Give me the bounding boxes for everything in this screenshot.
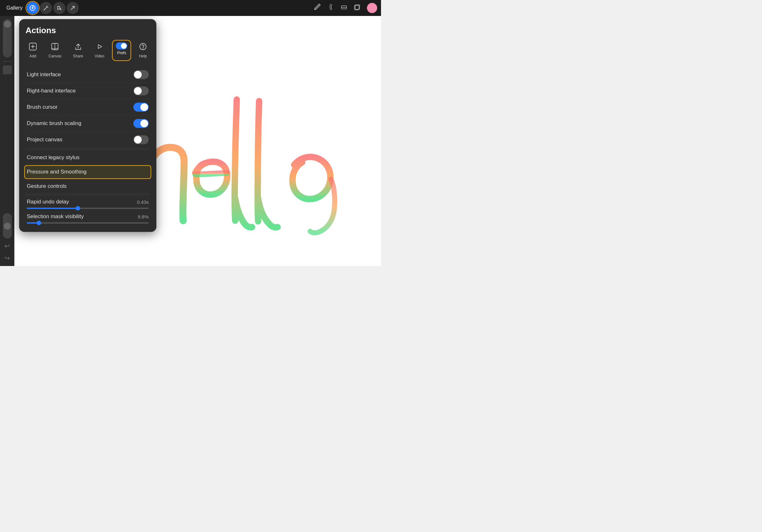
actions-panel: Actions Add Canvas — [19, 19, 156, 232]
opacity-thumb — [4, 223, 11, 230]
prefs-tab-icon — [116, 42, 127, 49]
tab-canvas[interactable]: Canvas — [45, 40, 65, 60]
toolbar-left: Gallery — [4, 2, 79, 14]
share-tab-label: Share — [73, 54, 83, 58]
selection-mask-visibility-row: Selection mask visibility 9.8% — [26, 211, 150, 226]
setting-dynamic-brush-scaling: Dynamic brush scaling — [26, 115, 150, 132]
toolbar: Gallery — [0, 0, 381, 16]
right-hand-interface-thumb — [134, 87, 142, 95]
color-swatch[interactable] — [3, 65, 12, 74]
setting-connect-legacy-stylus[interactable]: Connect legacy stylus — [26, 151, 150, 165]
video-tab-icon — [95, 42, 104, 53]
modify-tool-button[interactable] — [40, 2, 52, 14]
section-divider-2 — [26, 195, 150, 195]
selection-mask-visibility-header: Selection mask visibility 9.8% — [27, 213, 149, 220]
pressure-and-smoothing-label: Pressure and Smoothing — [27, 169, 87, 175]
tab-share[interactable]: Share — [70, 40, 87, 60]
right-hand-interface-toggle[interactable] — [133, 87, 149, 96]
transform-tool-button[interactable] — [67, 2, 79, 14]
rapid-undo-delay-handle[interactable] — [76, 206, 80, 211]
rapid-undo-delay-label: Rapid undo delay — [27, 199, 69, 205]
sidebar-left: ↩ ↪ — [0, 16, 14, 266]
canvas-tab-icon — [51, 42, 59, 53]
video-tab-label: Video — [95, 54, 104, 58]
hello-artwork — [121, 41, 381, 266]
select-tool-button[interactable] — [53, 2, 65, 14]
panel-tabs: Add Canvas Share — [26, 40, 150, 60]
help-tab-icon — [139, 42, 147, 53]
light-interface-thumb — [134, 71, 142, 79]
svg-point-2 — [44, 9, 45, 10]
light-interface-label: Light interface — [27, 71, 61, 78]
selection-mask-visibility-handle[interactable] — [37, 221, 41, 225]
add-tab-label: Add — [29, 54, 36, 58]
gesture-controls-label: Gesture controls — [27, 183, 67, 189]
setting-gesture-controls[interactable]: Gesture controls — [26, 179, 150, 193]
dynamic-brush-scaling-label: Dynamic brush scaling — [27, 120, 81, 127]
setting-right-hand-interface: Right-hand interface — [26, 83, 150, 99]
selection-mask-visibility-value: 9.8% — [138, 214, 149, 220]
panel-title: Actions — [26, 26, 150, 35]
svg-point-1 — [32, 7, 33, 9]
svg-marker-8 — [98, 45, 102, 48]
project-canvas-toggle[interactable] — [133, 135, 149, 144]
setting-project-canvas: Project canvas — [26, 132, 150, 148]
section-divider-1 — [26, 149, 150, 150]
brush-cursor-toggle[interactable] — [133, 103, 149, 112]
pencil-tool-icon[interactable] — [327, 3, 335, 13]
opacity-slider[interactable] — [3, 213, 12, 238]
setting-brush-cursor: Brush cursor — [26, 99, 150, 115]
light-interface-toggle[interactable] — [133, 70, 149, 79]
actions-tool-button[interactable] — [27, 2, 38, 14]
tab-add[interactable]: Add — [26, 40, 40, 60]
gallery-button[interactable]: Gallery — [4, 4, 25, 12]
rapid-undo-delay-track[interactable] — [27, 208, 149, 209]
canvas-tab-label: Canvas — [48, 54, 62, 58]
undo-button[interactable]: ↩ — [3, 241, 12, 251]
prefs-tab-label: Prefs — [117, 51, 126, 55]
settings-list: Light interface Right-hand interface Bru… — [26, 67, 150, 226]
add-tab-icon — [29, 42, 37, 53]
share-tab-icon — [74, 42, 82, 53]
dynamic-brush-scaling-thumb — [140, 120, 148, 127]
eraser-tool-icon[interactable] — [340, 3, 348, 13]
rapid-undo-delay-header: Rapid undo delay 0.43s — [27, 199, 149, 205]
right-hand-interface-label: Right-hand interface — [27, 88, 76, 94]
hello-svg — [131, 58, 371, 249]
selection-mask-visibility-track[interactable] — [27, 222, 149, 224]
selection-mask-visibility-label: Selection mask visibility — [27, 213, 84, 220]
layers-icon[interactable] — [353, 3, 361, 13]
sidebar-divider — [3, 61, 12, 62]
brush-size-slider[interactable] — [3, 19, 12, 57]
pen-tool-icon[interactable] — [313, 3, 321, 13]
help-tab-label: Help — [139, 54, 147, 58]
setting-light-interface: Light interface — [26, 67, 150, 83]
rapid-undo-delay-row: Rapid undo delay 0.43s — [26, 196, 150, 211]
tab-prefs[interactable]: Prefs — [113, 40, 130, 60]
redo-button[interactable]: ↪ — [3, 253, 12, 263]
brush-size-thumb — [4, 21, 11, 28]
svg-point-10 — [143, 48, 143, 49]
avatar[interactable] — [367, 3, 377, 13]
toggle-icon — [116, 42, 127, 49]
dynamic-brush-scaling-toggle[interactable] — [133, 119, 149, 128]
project-canvas-label: Project canvas — [27, 137, 62, 143]
tab-video[interactable]: Video — [92, 40, 108, 60]
brush-cursor-thumb — [140, 103, 148, 111]
connect-legacy-stylus-label: Connect legacy stylus — [27, 154, 79, 161]
tab-help[interactable]: Help — [136, 40, 150, 60]
rapid-undo-delay-value: 0.43s — [137, 199, 149, 205]
toolbar-right — [313, 3, 377, 13]
setting-pressure-and-smoothing[interactable]: Pressure and Smoothing — [24, 165, 151, 179]
project-canvas-thumb — [134, 136, 142, 144]
brush-cursor-label: Brush cursor — [27, 104, 57, 110]
rapid-undo-delay-fill — [27, 208, 78, 209]
